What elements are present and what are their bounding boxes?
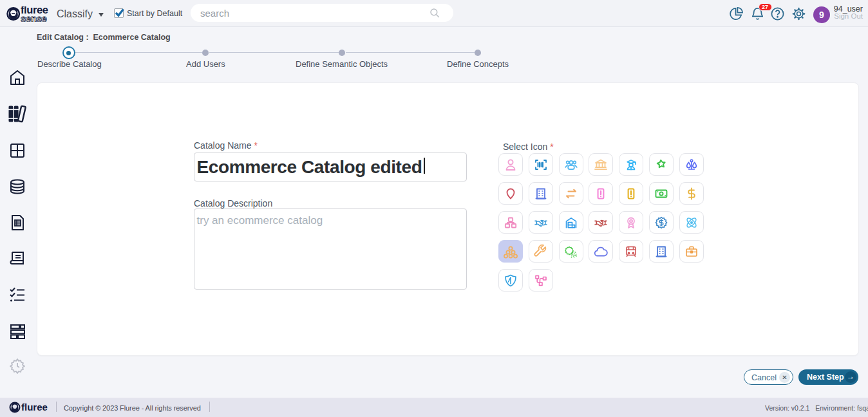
svg-text:sense: sense [21, 13, 47, 23]
svg-text:fluree: fluree [21, 402, 48, 412]
